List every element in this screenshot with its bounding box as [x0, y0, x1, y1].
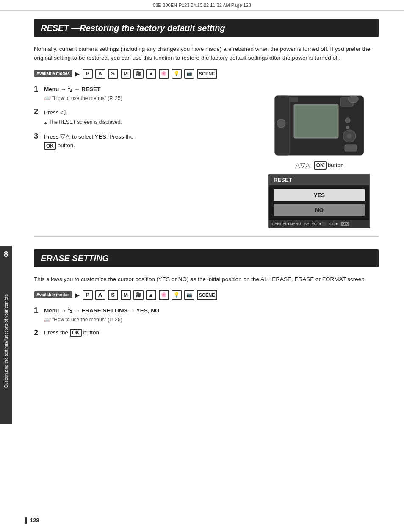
section-erase-title: ERASE SETTING	[34, 249, 379, 267]
section-divider	[34, 236, 379, 237]
steps-section-1: 1 Menu → 1₂ → RESET 📖 "How to use the me…	[34, 85, 379, 228]
svg-point-6	[345, 118, 350, 123]
svg-point-5	[348, 96, 358, 103]
step-3: 3 Press ▽△ to select YES. Press the OK b…	[34, 132, 252, 150]
erase-step-1-ref: "How to use the menus" (P. 25)	[52, 316, 122, 323]
section-reset: RESET —Restoring the factory default set…	[34, 19, 379, 228]
ok-button-label: button	[328, 162, 343, 168]
step-1-num: 1	[34, 85, 42, 94]
svg-point-12	[277, 119, 285, 128]
available-modes-row-1: Available modes ▶ P A S M 🎥 ▲ 🌸 💡 📷 SCEN…	[34, 69, 379, 79]
step-3-button: button.	[56, 142, 75, 148]
mode-m: M	[121, 69, 131, 79]
mode-landscape: ▲	[146, 69, 156, 79]
mode-video: 🎥	[133, 69, 144, 79]
step-1-content: Menu → 1₂ → RESET 📖 "How to use the menu…	[44, 85, 252, 102]
step-2-content: Press ◁ . ● The RESET screen is displaye…	[44, 107, 252, 127]
section-reset-title-text: RESET —Restoring the factory default set…	[41, 23, 225, 33]
erase-step-2-content: Press the OK button.	[44, 329, 379, 337]
erase-step-1-num: 1	[34, 306, 42, 315]
side-tab: 8 Customizing the settings/functions of …	[0, 246, 12, 424]
dpad-symbol: △▽△	[295, 162, 310, 169]
mode-a: A	[95, 69, 105, 79]
erase-step-2: 2 Press the OK button.	[34, 329, 379, 338]
camera-diagram: △▽△ OK button	[264, 85, 374, 170]
mode-scene-2: SCENE	[197, 290, 217, 300]
reset-screen-footer: CANCEL●MENU SELECT●⬛ GO●OK	[269, 220, 369, 228]
step-1-ref: "How to use the menus" (P. 25)	[52, 95, 122, 102]
mode-s-2: S	[108, 290, 118, 300]
erase-step-1-sub-note: 📖 "How to use the menus" (P. 25)	[44, 316, 379, 323]
avail-arrow-2: ▶	[75, 292, 80, 298]
step-3-ok: OK button.	[44, 141, 252, 150]
bullet-dot-1: ●	[44, 119, 47, 127]
avail-modes-badge-2: Available modes	[34, 291, 72, 298]
footer-ok: OK	[341, 222, 349, 226]
page-number: 128	[25, 517, 39, 524]
avail-modes-badge-1: Available modes	[34, 70, 72, 77]
mode-flash: 💡	[172, 69, 182, 79]
erase-step-1: 1 Menu → 1₂ → ERASE SETTING → YES, NO 📖 …	[34, 306, 379, 323]
erase-step-2-press: Press the	[44, 329, 70, 336]
step-2-num: 2	[34, 107, 42, 117]
step-1-menu-path: Menu → 1₂ → RESET	[44, 85, 252, 94]
step-3-content: Press ▽△ to select YES. Press the OK but…	[44, 132, 252, 150]
ok-label: OK button	[314, 161, 344, 170]
mode-a-2: A	[95, 290, 105, 300]
step-3-text: Press ▽△ to select YES. Press the	[44, 132, 252, 142]
steps-right-1: △▽△ OK button RESET YES NO	[260, 85, 379, 228]
side-tab-number: 8	[4, 250, 8, 259]
step-3-press: Press	[44, 134, 60, 140]
svg-point-7	[346, 126, 349, 129]
ok-inline-2: OK	[70, 329, 82, 337]
footer-cancel: CANCEL●MENU	[272, 222, 301, 226]
mode-scene: SCENE	[197, 69, 217, 79]
step-2-bullet-text: The RESET screen is displayed.	[49, 118, 122, 126]
book-icon-2: 📖	[44, 316, 50, 323]
available-modes-row-2: Available modes ▶ P A S M 🎥 ▲ 🌸 💡 📷 SCEN…	[34, 290, 379, 300]
step-2-text: Press ◁ .	[44, 107, 252, 117]
mode-special: 📷	[184, 69, 194, 79]
mode-landscape-2: ▲	[146, 290, 156, 300]
ok-box: OK	[314, 161, 327, 170]
step-2-bullet: ● The RESET screen is displayed.	[44, 118, 252, 127]
reset-screen-body: YES NO	[269, 185, 369, 220]
side-tab-text: Customizing the settings/functions of yo…	[4, 294, 8, 388]
mode-special-2: 📷	[184, 290, 194, 300]
section-erase-title-text: ERASE SETTING	[41, 253, 109, 263]
erase-step-2-button: button.	[82, 329, 101, 336]
page-wrapper: 08E-300EN-P123 04.10.22 11:32 AM Page 12…	[0, 0, 404, 532]
book-icon-1: 📖	[44, 95, 50, 102]
reset-btn-yes: YES	[274, 189, 365, 201]
section-erase: ERASE SETTING This allows you to customi…	[34, 249, 379, 337]
section-erase-body: This allows you to customize the cursor …	[34, 275, 379, 284]
main-content: RESET —Restoring the factory default set…	[0, 11, 404, 351]
step-1-sub-note: 📖 "How to use the menus" (P. 25)	[44, 95, 252, 102]
mode-flash-2: 💡	[172, 290, 182, 300]
step-2-symbol: ◁	[60, 109, 65, 116]
page-header: 08E-300EN-P123 04.10.22 11:32 AM Page 12…	[0, 0, 404, 11]
footer-go: GO●	[329, 222, 338, 226]
header-text: 08E-300EN-P123 04.10.22 11:32 AM Page 12…	[153, 3, 251, 8]
avail-arrow-1: ▶	[75, 70, 80, 77]
mode-m-2: M	[121, 290, 131, 300]
step-2-press-label: Press	[44, 109, 60, 116]
section-reset-body: Normally, current camera settings (inclu…	[34, 45, 379, 63]
step-2: 2 Press ◁ . ● The RESET screen is displa…	[34, 107, 252, 127]
mode-video-2: 🎥	[133, 290, 144, 300]
ok-inline-1: OK	[44, 142, 56, 150]
step-3-select: to select YES. Press the	[70, 134, 133, 140]
svg-point-9	[347, 134, 352, 139]
step-1: 1 Menu → 1₂ → RESET 📖 "How to use the me…	[34, 85, 252, 102]
step-3-num: 3	[34, 132, 42, 141]
mode-p-2: P	[83, 290, 93, 300]
diagram-label: △▽△ OK button	[295, 161, 344, 170]
erase-step-2-num: 2	[34, 329, 42, 338]
erase-step-1-menu-path: Menu → 1₂ → ERASE SETTING → YES, NO	[44, 306, 379, 315]
svg-rect-11	[290, 97, 298, 102]
mode-macro: 🌸	[159, 69, 169, 79]
mode-macro-2: 🌸	[159, 290, 169, 300]
section-reset-title: RESET —Restoring the factory default set…	[34, 19, 379, 37]
svg-rect-3	[295, 106, 337, 137]
svg-rect-10	[345, 145, 357, 151]
